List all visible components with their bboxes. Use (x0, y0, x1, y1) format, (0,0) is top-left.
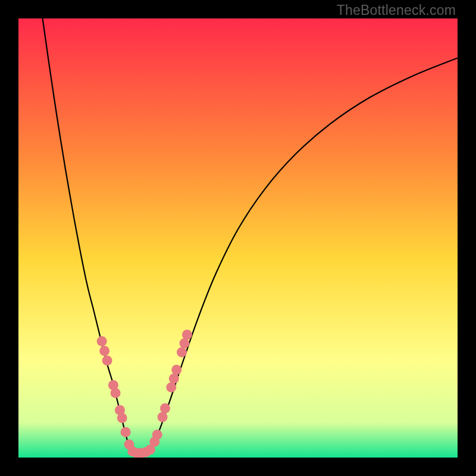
marker-dot (121, 427, 131, 437)
marker-dot (97, 336, 107, 346)
bottleneck-curve (43, 18, 458, 453)
marker-dot (166, 382, 176, 392)
marker-dot (102, 355, 112, 365)
marker-dot (99, 346, 109, 356)
marker-dot (160, 403, 170, 414)
marker-dot (180, 339, 190, 349)
marker-group (97, 330, 192, 458)
watermark-text: TheBottleneck.com (337, 2, 456, 18)
plot-area (18, 18, 458, 458)
marker-dot (182, 330, 192, 340)
marker-dot (171, 365, 181, 375)
marker-dot (111, 388, 121, 398)
marker-dot (152, 430, 162, 440)
marker-dot (158, 412, 168, 422)
marker-dot (169, 374, 179, 384)
marker-dot (117, 413, 127, 423)
marker-dot (177, 347, 187, 357)
chart-svg (18, 18, 458, 458)
chart-frame: TheBottleneck.com (0, 0, 476, 476)
